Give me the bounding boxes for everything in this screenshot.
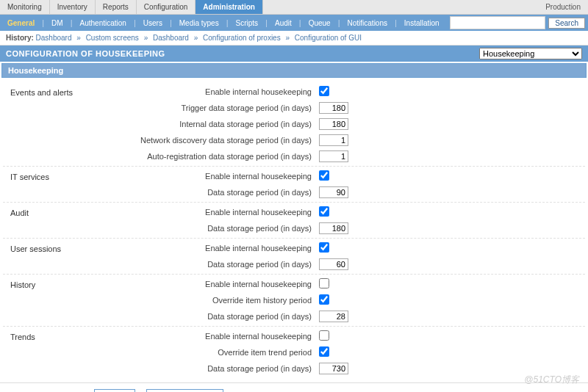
reset-defaults-button[interactable]: Reset defaults <box>146 389 223 392</box>
top-nav-tabs: Monitoring Inventory Reports Configurati… <box>0 0 588 15</box>
watermark: @51CTO博客 <box>524 374 579 386</box>
text-input[interactable] <box>319 150 348 162</box>
group-fields: Enable internal housekeepingOverride ite… <box>132 276 585 324</box>
search-input[interactable] <box>450 16 545 29</box>
form-group: IT servicesEnable internal housekeepingD… <box>3 166 585 202</box>
breadcrumb: History: Dashboard » Custom screens » Da… <box>0 31 588 46</box>
chevron-right-icon: » <box>144 34 148 42</box>
field-label: Internal data storage period (in days) <box>132 120 319 128</box>
text-input[interactable] <box>319 186 348 198</box>
crumb-3[interactable]: Configuration of proxies <box>203 34 281 42</box>
field-label: Enable internal housekeeping <box>132 172 319 181</box>
text-input[interactable] <box>319 118 348 130</box>
field-label: Enable internal housekeeping <box>132 208 319 217</box>
checkbox-input[interactable] <box>319 346 329 357</box>
field-row: Enable internal housekeeping <box>132 276 585 292</box>
subtab-scripts[interactable]: Scripts <box>229 17 266 29</box>
field-label: Data storage period (in days) <box>132 312 319 321</box>
tab-monitoring[interactable]: Monitoring <box>0 0 50 14</box>
checkbox-input[interactable] <box>319 294 329 305</box>
field-row: Enable internal housekeeping <box>132 240 585 256</box>
field-label: Trigger data storage period (in days) <box>132 104 319 112</box>
field-row: Enable internal housekeeping <box>132 168 585 184</box>
page-title: CONFIGURATION OF HOUSEKEEPING <box>6 49 165 58</box>
subtab-dm[interactable]: DM <box>44 17 71 29</box>
field-label: Data storage period (in days) <box>132 260 319 269</box>
tab-configuration[interactable]: Configuration <box>137 0 196 14</box>
group-label: User sessions <box>3 240 132 272</box>
field-row: Trigger data storage period (in days) <box>132 100 585 116</box>
save-button[interactable]: Save <box>94 389 135 392</box>
field-row: Enable internal housekeeping <box>132 204 585 220</box>
chevron-right-icon: » <box>194 34 198 42</box>
sub-nav-tabs: General| DM| Authentication| Users| Medi… <box>0 15 588 31</box>
form-group: Events and alertsEnable internal houseke… <box>3 82 585 166</box>
form-group: HistoryEnable internal housekeepingOverr… <box>3 274 585 326</box>
field-label: Data storage period (in days) <box>132 364 319 373</box>
tab-inventory[interactable]: Inventory <box>50 0 96 14</box>
text-input[interactable] <box>319 311 348 322</box>
form-area: Events and alertsEnable internal houseke… <box>0 79 588 381</box>
field-row: Data storage period (in days) <box>132 360 585 377</box>
field-row: Enable internal housekeeping <box>132 84 585 100</box>
subtab-installation[interactable]: Installation <box>397 17 447 29</box>
text-input[interactable] <box>319 222 348 234</box>
checkbox-input[interactable] <box>319 278 329 288</box>
history-label: History: <box>6 34 34 42</box>
page-header: CONFIGURATION OF HOUSEKEEPING Housekeepi… <box>0 46 588 62</box>
group-label: IT services <box>3 168 132 200</box>
group-label: History <box>3 276 132 324</box>
section-dropdown[interactable]: Housekeeping <box>479 48 582 59</box>
crumb-2[interactable]: Dashboard <box>153 34 189 42</box>
group-label: Audit <box>3 204 132 236</box>
field-row: Data storage period (in days) <box>132 308 585 324</box>
chevron-right-icon: » <box>76 34 81 42</box>
button-bar: Save Reset defaults <box>0 382 588 392</box>
checkbox-input[interactable] <box>319 170 329 181</box>
checkbox-input[interactable] <box>319 206 329 217</box>
field-label: Data storage period (in days) <box>132 224 319 233</box>
text-input[interactable] <box>319 363 348 374</box>
field-row: Override item trend period <box>132 344 585 360</box>
group-label: Events and alerts <box>3 84 132 164</box>
subtab-audit[interactable]: Audit <box>268 17 299 29</box>
tab-administration[interactable]: Administration <box>196 0 263 14</box>
field-label: Network discovery data storage period (i… <box>132 136 319 145</box>
group-fields: Enable internal housekeepingData storage… <box>132 240 585 272</box>
form-group: User sessionsEnable internal housekeepin… <box>3 238 585 274</box>
crumb-0[interactable]: Dashboard <box>36 34 72 42</box>
checkbox-input[interactable] <box>319 242 329 253</box>
field-row: Enable internal housekeeping <box>132 328 585 344</box>
text-input[interactable] <box>319 258 348 270</box>
field-row: Data storage period (in days) <box>132 184 585 200</box>
subtab-authentication[interactable]: Authentication <box>73 17 134 29</box>
field-row: Network discovery data storage period (i… <box>132 132 585 148</box>
tab-reports[interactable]: Reports <box>96 0 137 14</box>
field-row: Internal data storage period (in days) <box>132 116 585 132</box>
chevron-right-icon: » <box>285 34 290 42</box>
subtab-general[interactable]: General <box>0 17 42 29</box>
search-button[interactable]: Search <box>548 18 585 29</box>
group-fields: Enable internal housekeepingData storage… <box>132 168 585 200</box>
checkbox-input[interactable] <box>319 330 329 341</box>
field-label: Override item history period <box>132 296 319 305</box>
crumb-4[interactable]: Configuration of GUI <box>295 34 362 42</box>
subtab-users[interactable]: Users <box>136 17 170 29</box>
text-input[interactable] <box>319 102 348 114</box>
section-title: Housekeeping <box>1 63 587 78</box>
checkbox-input[interactable] <box>319 86 329 96</box>
field-label: Enable internal housekeeping <box>132 87 319 96</box>
field-label: Enable internal housekeeping <box>132 332 319 341</box>
field-label: Auto-registration data storage period (i… <box>132 152 319 161</box>
crumb-1[interactable]: Custom screens <box>86 34 139 42</box>
group-fields: Enable internal housekeepingTrigger data… <box>132 84 585 164</box>
text-input[interactable] <box>319 134 348 146</box>
field-row: Auto-registration data storage period (i… <box>132 148 585 164</box>
subtab-notifications[interactable]: Notifications <box>340 17 395 29</box>
subtab-queue[interactable]: Queue <box>301 17 338 29</box>
field-row: Data storage period (in days) <box>132 256 585 272</box>
group-fields: Enable internal housekeepingOverride ite… <box>132 328 585 377</box>
field-label: Override item trend period <box>132 348 319 357</box>
subtab-media-types[interactable]: Media types <box>172 17 226 29</box>
form-group: TrendsEnable internal housekeepingOverri… <box>3 326 585 378</box>
